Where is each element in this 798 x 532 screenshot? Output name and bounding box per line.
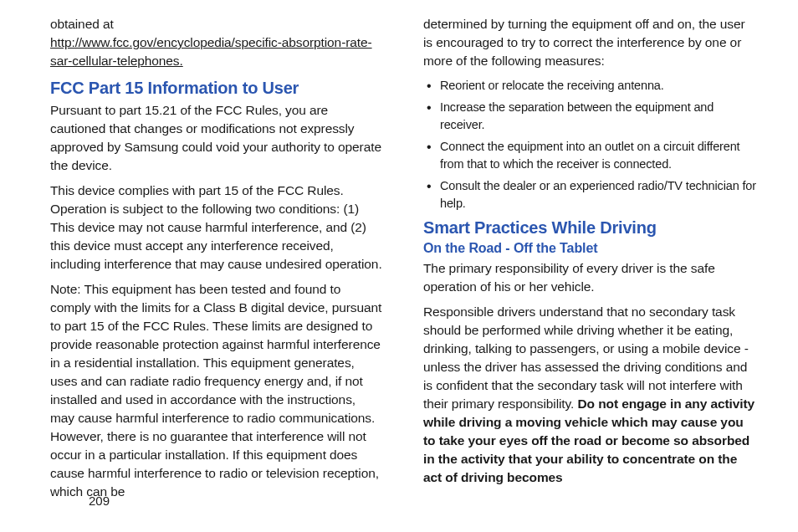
intro-text: obtained at http://www.fcc.gov/encyclope…: [50, 15, 383, 70]
left-column: obtained at http://www.fcc.gov/encyclope…: [50, 15, 383, 483]
fcc-para-1: Pursuant to part 15.21 of the FCC Rules,…: [50, 101, 383, 175]
driving-para-1: The primary responsibility of every driv…: [423, 259, 756, 296]
obtained-at-text: obtained at: [50, 17, 114, 31]
driving-para-2a: Responsible drivers understand that no s…: [423, 304, 749, 411]
list-item: Increase the separation between the equi…: [425, 99, 756, 134]
measures-list: Reorient or relocate the receiving anten…: [423, 77, 756, 217]
right-column: determined by turning the equipment off …: [423, 15, 756, 483]
fcc-sar-link[interactable]: http://www.fcc.gov/encyclopedia/specific…: [50, 35, 372, 68]
list-item: Connect the equipment into an outlet on …: [425, 138, 756, 173]
list-item: Consult the dealer or an experienced rad…: [425, 177, 756, 212]
subheading-on-the-road: On the Road - Off the Tablet: [423, 241, 756, 256]
list-item: Reorient or relocate the receiving anten…: [425, 77, 756, 95]
page-columns: obtained at http://www.fcc.gov/encyclope…: [50, 15, 756, 483]
fcc-para-2: This device complies with part 15 of the…: [50, 182, 383, 274]
interference-para: determined by turning the equipment off …: [423, 15, 756, 70]
heading-fcc-part-15: FCC Part 15 Information to User: [50, 79, 383, 98]
heading-smart-practices: Smart Practices While Driving: [423, 218, 756, 238]
fcc-para-3: Note: This equipment has been tested and…: [50, 280, 383, 501]
driving-para-2: Responsible drivers understand that no s…: [423, 303, 756, 487]
